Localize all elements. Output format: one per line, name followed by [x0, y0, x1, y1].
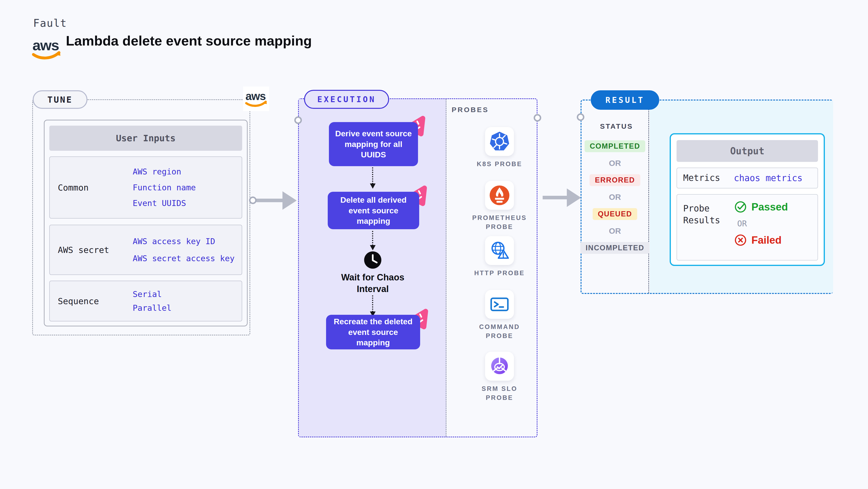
dotted-connector-head [370, 183, 376, 189]
fault-eyebrow: Fault [33, 17, 67, 29]
aws-logo-small-icon: aws [245, 88, 268, 110]
probe-tile [485, 236, 514, 265]
failed-label: Failed [751, 234, 781, 246]
row-value: AWS region [133, 166, 235, 177]
step-derive-mapping: Derive event source mapping for all UUID… [329, 122, 418, 166]
aws-logo-text: aws [32, 37, 59, 53]
probe-name: SRM SLO PROBE [469, 385, 530, 402]
connector-node [534, 114, 541, 122]
clock-icon [363, 250, 383, 270]
row-value: AWS access key ID [133, 236, 235, 246]
step-delete-mapping: Delete all derived event source mapping [328, 192, 419, 229]
dotted-connector [372, 295, 373, 312]
probe-tile [485, 290, 514, 319]
metrics-row: Metrics chaos metrics [677, 167, 818, 188]
probe-http: HTTP PROBE [469, 236, 530, 278]
status-badge-queued: QUEUED [593, 208, 638, 220]
tune-section-pill: TUNE [33, 90, 87, 109]
fault-diagram: Fault aws Lambda delete event source map… [0, 0, 868, 489]
probe-command: COMMAND PROBE [469, 290, 530, 341]
x-circle-icon [734, 234, 747, 247]
table-row-sequence: Sequence Serial Parallel [49, 281, 242, 322]
row-value: Serial [133, 289, 235, 299]
connector-node [294, 116, 302, 124]
check-circle-icon [734, 200, 747, 214]
row-value: Parallel [133, 303, 235, 313]
connector-node [249, 196, 257, 204]
probe-srm-slo: SRM SLO PROBE [469, 352, 530, 402]
execution-section-pill: EXECUTION [304, 90, 389, 109]
status-label: STATUS [600, 122, 633, 130]
row-label: AWS secret [50, 225, 133, 274]
result-status-panel: STATUS COMPLETED OR ERRORED OR QUEUED OR… [582, 100, 649, 293]
result-section-pill: RESULT [591, 90, 659, 110]
probe-name: COMMAND PROBE [469, 323, 530, 341]
or-label: OR [609, 159, 621, 168]
metrics-value: chaos metrics [734, 173, 803, 183]
or-label: OR [609, 192, 621, 202]
prometheus-icon [488, 184, 511, 207]
svg-text:aws: aws [246, 90, 266, 102]
probe-results-label: Probe Results [677, 194, 734, 260]
status-badge-errored: ERRORED [590, 174, 640, 186]
status-badge-completed: COMPLETED [585, 140, 646, 152]
terminal-icon [488, 293, 511, 316]
step-recreate-mapping: Recreate the deleted event source mappin… [326, 315, 420, 349]
probe-prometheus: PROMETHEUS PROBE [469, 181, 530, 232]
metrics-label: Metrics [677, 172, 734, 184]
result-section-box: STATUS COMPLETED OR ERRORED OR QUEUED OR… [581, 99, 833, 294]
probe-k8s: K8S PROBE [469, 127, 530, 169]
user-inputs-card: User Inputs Common AWS region Function n… [44, 120, 248, 327]
probe-tile [485, 181, 514, 210]
probe-tile [485, 127, 514, 156]
connector-node [577, 113, 584, 121]
dotted-connector [372, 167, 373, 184]
aws-corner-logo: aws [243, 87, 269, 111]
passed-label: Passed [751, 201, 788, 213]
dotted-connector-head [370, 245, 376, 250]
table-row-aws-secret: AWS secret AWS access key ID AWS secret … [49, 225, 242, 275]
output-header: Output [677, 140, 818, 162]
probe-tile [485, 352, 514, 381]
table-row-common: Common AWS region Function name Event UU… [49, 156, 242, 218]
flow-arrow-head [282, 191, 297, 210]
row-value: AWS secret access key [133, 253, 235, 264]
execution-section-box: Derive event source mapping for all UUID… [298, 98, 537, 437]
http-globe-warning-icon [488, 239, 511, 262]
slo-gauge-check-icon [488, 355, 511, 377]
step-wait-chaos-interval: Wait for Chaos Interval [336, 272, 409, 295]
flow-arrow [256, 198, 283, 202]
flow-arrow [542, 196, 567, 200]
row-value: Event UUIDS [133, 198, 235, 208]
row-value: Function name [133, 182, 235, 193]
user-inputs-header: User Inputs [49, 126, 242, 151]
page-title: Lambda delete event source mapping [66, 33, 312, 49]
probe-results-row: Probe Results Passed OR [677, 194, 818, 261]
dotted-connector [372, 231, 373, 246]
row-label: Sequence [50, 281, 133, 321]
probe-name: K8S PROBE [477, 160, 522, 169]
probe-name: HTTP PROBE [474, 269, 525, 278]
kubernetes-icon [488, 130, 511, 153]
probe-name: PROMETHEUS PROBE [469, 214, 530, 232]
flow-arrow-head [567, 188, 581, 207]
output-card: Output Metrics chaos metrics Probe Resul… [670, 133, 825, 266]
aws-logo-icon: aws [32, 35, 61, 63]
probes-label: PROBES [452, 106, 489, 114]
row-label: Common [50, 157, 133, 218]
or-label: OR [609, 226, 621, 236]
status-badge-incompleted: INCOMPLETED [580, 242, 650, 254]
or-label: OR [737, 219, 788, 228]
